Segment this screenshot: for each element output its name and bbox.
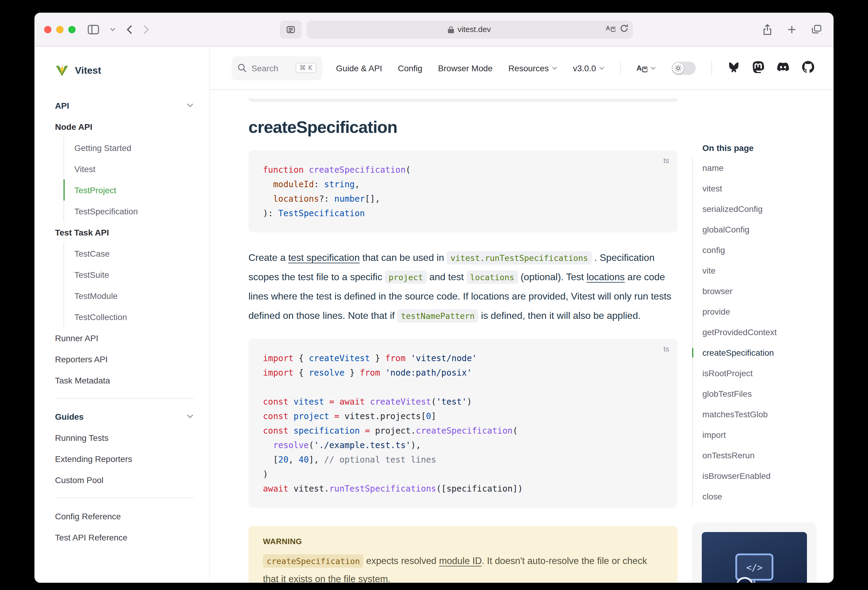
nav-guide-api[interactable]: Guide & API [336,63,382,73]
toc-list: name vitest serializedConfig globalConfi… [692,157,816,507]
toc-item[interactable]: import [703,425,816,445]
nav-config[interactable]: Config [398,63,422,73]
code-block-signature[interactable]: ts function createSpecification( moduleI… [248,150,678,232]
code-scan-illustration-icon: </> [718,547,791,583]
github-icon[interactable] [802,61,814,75]
nav-version-menu[interactable]: v3.0.0 [573,63,604,73]
warning-title: WARNING [263,537,663,546]
sidebar-item-node-api[interactable]: Node API [55,116,193,137]
new-tab-button[interactable] [785,23,799,36]
tab-overview-button[interactable] [809,22,824,36]
sidebar-item-reporters-api[interactable]: Reporters API [55,349,193,369]
back-button[interactable] [124,22,135,37]
zoom-icon[interactable] [68,26,75,33]
sidebar-item-runner-api[interactable]: Runner API [55,327,193,349]
toc-item[interactable]: name [703,157,816,178]
close-icon[interactable] [44,26,52,33]
sponsor-ad[interactable]: </> [692,522,816,583]
reader-view-button[interactable] [280,20,301,38]
sun-icon [673,62,683,74]
sidebar-item-testmodule[interactable]: TestModule [63,285,193,306]
discord-icon[interactable] [777,62,790,74]
warning-body: createSpecification expects resolved mod… [263,552,663,583]
forward-icon [143,25,149,34]
tab-group-menu-button[interactable] [108,25,118,34]
sidebar-item-test-task-api[interactable]: Test Task API [55,222,193,243]
search-shortcut: ⌘ K [296,63,316,73]
content-area: createSpecification ts function createSp… [210,90,834,583]
toc-item[interactable]: serializedConfig [703,199,816,219]
sidebar-section-guides[interactable]: Guides [55,406,193,427]
sidebar-divider [55,398,193,399]
translate-icon[interactable]: A [605,24,615,34]
chevron-down-icon [552,66,557,70]
main-area: Search ⌘ K Guide & API Config Browser Mo… [210,47,834,583]
sidebar-item-testproject[interactable]: TestProject [63,180,193,200]
previous-block-edge [248,99,678,102]
toc-item[interactable]: browser [703,281,816,301]
toc-title: On this page [692,143,816,153]
nav-resources-menu[interactable]: Resources [508,63,557,73]
chevron-down-icon [599,66,604,70]
theme-toggle[interactable] [672,61,696,75]
toc-item[interactable]: isBrowserEnabled [703,466,816,486]
sidebar-item-running-tests[interactable]: Running Tests [55,427,193,448]
sidebar-item-custom-pool[interactable]: Custom Pool [55,469,193,490]
sidebar-item-testcollection[interactable]: TestCollection [63,306,193,327]
search-input[interactable]: Search ⌘ K [232,56,322,80]
sidebar-item-getting-started[interactable]: Getting Started [63,137,193,158]
toc-item[interactable]: matchesTestGlob [703,404,816,425]
sidebar-divider [55,497,193,498]
sidebar-item-vitest[interactable]: Vitest [63,158,193,180]
share-icon [763,24,772,35]
chevron-down-icon [650,66,656,70]
navbar-divider [712,61,712,75]
toc-item[interactable]: globalConfig [703,219,816,240]
sidebar-item-task-metadata[interactable]: Task Metadata [55,369,193,391]
site-logo-row[interactable]: Vitest [55,47,193,95]
tabs-overview-icon [812,25,821,34]
sponsor-ad-image: </> [702,532,807,583]
chevron-down-icon [187,103,193,107]
toc-item[interactable]: config [703,240,816,260]
toc-item[interactable]: getProvidedContext [703,322,816,343]
chevron-down-icon [110,28,115,31]
sidebar-nav: API Node API Getting Started Vitest Test… [55,95,193,548]
plus-icon [788,25,796,34]
site-title: Vitest [75,65,101,76]
sidebar-toggle-button[interactable] [85,22,102,37]
sidebar-item-testspecification[interactable]: TestSpecification [63,200,193,222]
toc-item[interactable]: isRootProject [703,363,816,384]
language-icon: A [636,63,647,73]
toc-item[interactable]: close [703,486,816,507]
reload-icon[interactable] [620,24,628,34]
forward-button[interactable] [141,22,152,37]
sidebar-item-testcase[interactable]: TestCase [63,243,193,264]
sidebar-item-test-api-reference[interactable]: Test API Reference [55,527,193,548]
minimize-icon[interactable] [56,26,63,33]
toc-item[interactable]: globTestFiles [703,384,816,404]
share-button[interactable] [760,21,774,37]
toc-item[interactable]: onTestsRerun [703,445,816,466]
desktop-background: vitest.dev A [0,0,868,590]
mastodon-icon[interactable] [753,61,764,75]
toc-item[interactable]: vite [703,260,816,281]
search-icon [238,63,247,72]
page: Vitest API Node API Getting Started Vite… [34,47,834,583]
bluesky-icon[interactable] [728,62,740,74]
toc-item[interactable]: provide [703,301,816,322]
nav-browser-mode[interactable]: Browser Mode [438,63,493,73]
language-menu[interactable]: A [636,63,656,73]
sidebar-item-extending-reporters[interactable]: Extending Reporters [55,448,193,469]
site-navbar: Search ⌘ K Guide & API Config Browser Mo… [210,47,834,90]
code-block-example[interactable]: ts import { createVitest } from 'vitest/… [248,339,678,508]
navbar-divider [620,61,621,75]
sidebar-section-label: Guides [55,412,84,421]
toc-item[interactable]: vitest [703,178,816,199]
svg-text:A: A [605,25,610,31]
sidebar-item-config-reference[interactable]: Config Reference [55,505,193,527]
toc-item-active[interactable]: createSpecification [703,343,816,363]
sidebar-item-testsuite[interactable]: TestSuite [63,264,193,285]
sidebar-section-api[interactable]: API [55,95,193,116]
address-bar[interactable]: vitest.dev A [306,20,633,38]
